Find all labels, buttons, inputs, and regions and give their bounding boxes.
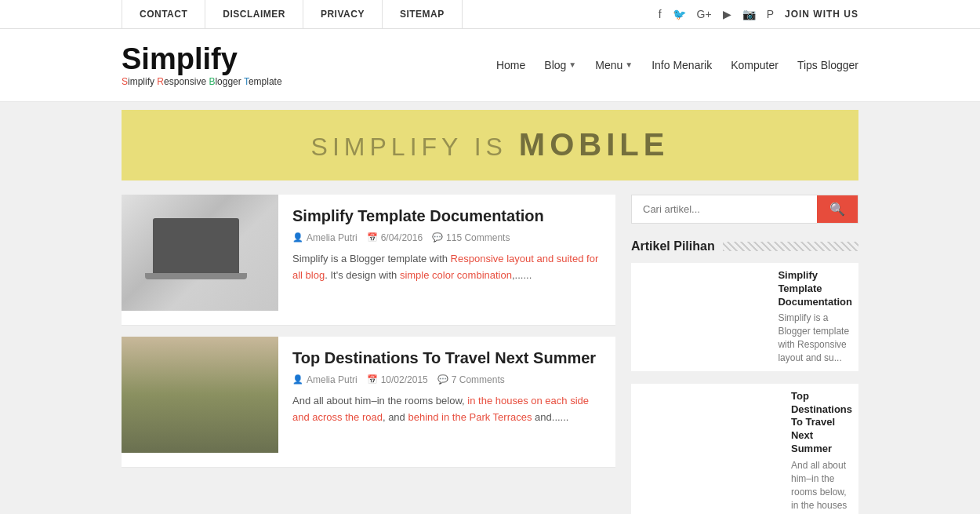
comments-count-1: 115 Comments bbox=[446, 232, 510, 243]
post-author-2: Amelia Putri bbox=[292, 374, 358, 385]
section-title-artikel: Artikel Pilihan bbox=[631, 239, 858, 253]
author-name-2: Amelia Putri bbox=[307, 374, 358, 385]
nav-tips-blogger[interactable]: Tips Blogger bbox=[797, 59, 858, 71]
banner-text-start: SIMPLIFY IS bbox=[311, 133, 507, 161]
top-bar: CONTACT DISCLAIMER PRIVACY SITEMAP f 🐦 G… bbox=[0, 0, 980, 29]
post-date-1: 6/04/2016 bbox=[367, 232, 423, 243]
nav-info-menarik[interactable]: Info Menarik bbox=[652, 59, 712, 71]
sidebar-post-excerpt-1: Simplify is a Blogger template with Resp… bbox=[778, 312, 852, 364]
nav-menu-caret: ▼ bbox=[625, 60, 633, 69]
post-meta-2: Amelia Putri 10/02/2015 7 Comments bbox=[292, 374, 601, 385]
nav-home[interactable]: Home bbox=[496, 59, 525, 71]
subtitle-implify: implify bbox=[128, 76, 157, 87]
join-button[interactable]: JOIN WITH US bbox=[785, 9, 858, 20]
post-title-1[interactable]: Simplify Template Documentation bbox=[292, 206, 601, 226]
section-title-decoration bbox=[723, 242, 858, 251]
nav-menu-label: Menu bbox=[595, 59, 622, 71]
excerpt-link-2b[interactable]: behind in the Park Terraces bbox=[408, 411, 532, 423]
post-thumb-1 bbox=[122, 195, 278, 311]
twitter-icon[interactable]: 🐦 bbox=[673, 8, 686, 20]
youtube-icon[interactable]: ▶ bbox=[723, 8, 731, 20]
logo-area: Simplify Simplify Responsive Blogger Tem… bbox=[122, 43, 282, 87]
banner-text: SIMPLIFY IS MOBILE bbox=[311, 127, 670, 162]
instagram-icon[interactable]: 📷 bbox=[742, 8, 756, 20]
nav-disclaimer[interactable]: DISCLAIMER bbox=[205, 0, 303, 29]
site-header: Simplify Simplify Responsive Blogger Tem… bbox=[0, 29, 980, 102]
sidebar-post-title-2[interactable]: Top Destinations To Travel Next Summer bbox=[791, 390, 852, 456]
post-comments-1: 115 Comments bbox=[432, 232, 510, 243]
post-author-1: Amelia Putri bbox=[292, 232, 358, 243]
post-card-1: Simplify Template Documentation Amelia P… bbox=[122, 195, 615, 326]
main-nav: Home Blog ▼ Menu ▼ Info Menarik Komputer… bbox=[496, 59, 858, 71]
comments-count-2: 7 Comments bbox=[452, 374, 505, 385]
artikel-pilihan-section: Artikel Pilihan Simplify Template Docume… bbox=[631, 239, 858, 514]
sidebar-post-content-1: Simplify Template Documentation Simplify… bbox=[778, 269, 852, 365]
nav-contact[interactable]: CONTACT bbox=[122, 0, 205, 29]
nav-menu-dropdown: Menu ▼ bbox=[595, 59, 633, 71]
site-title: Simplify bbox=[122, 43, 282, 76]
post-content-2: Top Destinations To Travel Next Summer A… bbox=[278, 337, 615, 453]
sidebar-post-2: Top Destinations To Travel Next Summer A… bbox=[631, 384, 858, 514]
nav-blog-caret: ▼ bbox=[568, 60, 576, 69]
search-box: 🔍 bbox=[631, 195, 858, 224]
site-subtitle: Simplify Responsive Blogger Template bbox=[122, 76, 282, 87]
nav-komputer[interactable]: Komputer bbox=[731, 59, 779, 71]
comment-icon-1 bbox=[432, 232, 443, 242]
banner-text-highlight: MOBILE bbox=[519, 127, 670, 162]
nav-blog-label: Blog bbox=[544, 59, 566, 71]
nav-blog-dropdown: Blog ▼ bbox=[544, 59, 576, 71]
comment-icon-2 bbox=[437, 374, 448, 385]
subtitle-s: S bbox=[122, 76, 128, 87]
post-excerpt-2: And all about him–in the rooms below, in… bbox=[292, 393, 601, 426]
main-content: Simplify Template Documentation Amelia P… bbox=[122, 195, 858, 514]
sidebar-post-excerpt-2: And all about him–in the rooms below, in… bbox=[791, 459, 852, 514]
date-value-1: 6/04/2016 bbox=[381, 232, 423, 243]
nav-menu[interactable]: Menu ▼ bbox=[595, 59, 633, 71]
subtitle-r: R bbox=[157, 76, 164, 87]
subtitle-esponsive: esponsive bbox=[164, 76, 209, 87]
sidebar-post-title-1[interactable]: Simplify Template Documentation bbox=[778, 269, 852, 309]
user-icon-1 bbox=[292, 232, 303, 242]
nav-blog[interactable]: Blog ▼ bbox=[544, 59, 576, 71]
google-plus-icon[interactable]: G+ bbox=[697, 8, 712, 20]
date-value-2: 10/02/2015 bbox=[381, 374, 428, 385]
post-thumb-2 bbox=[122, 337, 278, 453]
post-meta-1: Amelia Putri 6/04/2016 115 Comments bbox=[292, 232, 601, 243]
sidebar-post-content-2: Top Destinations To Travel Next Summer A… bbox=[791, 390, 852, 514]
calendar-icon-2 bbox=[367, 374, 378, 385]
post-title-2[interactable]: Top Destinations To Travel Next Summer bbox=[292, 348, 601, 368]
user-icon-2 bbox=[292, 374, 303, 385]
sidebar-post-1: Simplify Template Documentation Simplify… bbox=[631, 263, 858, 371]
subtitle-emplate: emplate bbox=[249, 76, 282, 87]
post-date-2: 10/02/2015 bbox=[367, 374, 428, 385]
search-button[interactable]: 🔍 bbox=[817, 195, 858, 223]
post-comments-2: 7 Comments bbox=[437, 374, 505, 385]
nav-sitemap[interactable]: SITEMAP bbox=[383, 0, 463, 29]
top-bar-nav: CONTACT DISCLAIMER PRIVACY SITEMAP bbox=[122, 0, 463, 29]
posts-list: Simplify Template Documentation Amelia P… bbox=[122, 195, 615, 514]
post-content-1: Simplify Template Documentation Amelia P… bbox=[278, 195, 615, 311]
nav-privacy[interactable]: PRIVACY bbox=[303, 0, 383, 29]
section-title-text: Artikel Pilihan bbox=[631, 239, 715, 253]
facebook-icon[interactable]: f bbox=[659, 8, 662, 20]
search-input[interactable] bbox=[632, 195, 817, 223]
excerpt-link-1b[interactable]: simple color combination bbox=[400, 269, 512, 281]
post-card-2: Top Destinations To Travel Next Summer A… bbox=[122, 337, 615, 468]
sidebar: 🔍 Artikel Pilihan Simplify Template Docu… bbox=[631, 195, 858, 514]
hero-banner: SIMPLIFY IS MOBILE bbox=[122, 110, 858, 180]
top-bar-right: f 🐦 G+ ▶ 📷 P JOIN WITH US bbox=[659, 8, 858, 20]
subtitle-logger: logger bbox=[215, 76, 243, 87]
pinterest-icon[interactable]: P bbox=[767, 8, 774, 20]
post-excerpt-1: Simplify is a Blogger template with Resp… bbox=[292, 251, 601, 284]
calendar-icon-1 bbox=[367, 232, 378, 242]
author-name-1: Amelia Putri bbox=[307, 232, 358, 243]
